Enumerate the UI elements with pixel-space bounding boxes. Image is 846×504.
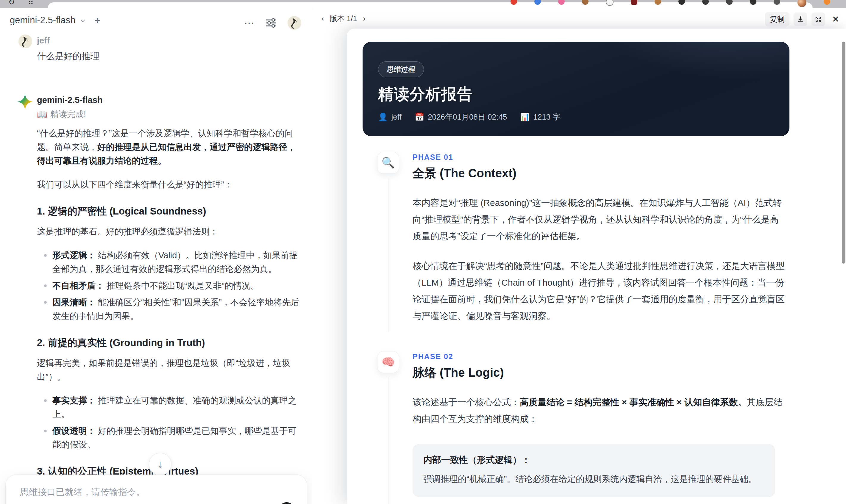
extension-icon[interactable] (582, 0, 588, 5)
model-title[interactable]: gemini-2.5-flash (10, 15, 76, 25)
extension-icon[interactable] (631, 0, 637, 5)
phase-section: 🔍 PHASE 01 全景 (The Context) 本内容是对“推理 (Re… (363, 152, 790, 332)
timeline-connector (388, 178, 388, 332)
open-book-icon: 📖 (37, 109, 47, 119)
calendar-icon: 📅 (415, 112, 424, 122)
extension-icon[interactable] (655, 0, 661, 5)
report-title: 精读分析报告 (378, 84, 473, 105)
download-button[interactable] (794, 13, 807, 26)
bullet-icon (44, 301, 47, 304)
phase-icon-column: 🧠 (377, 351, 399, 504)
scroll-to-bottom-button[interactable]: ↓ (149, 453, 172, 475)
person-icon: 👤 (378, 112, 388, 122)
profile-avatar-icon[interactable] (797, 0, 806, 7)
assistant-markdown: “什么是好的推理？”这是一个涉及逻辑学、认知科学和哲学核心的问题。简单来说，好的… (37, 126, 300, 504)
toolbar-extension-icons (511, 0, 830, 7)
report-hero-card: 思维过程 精读分析报告 👤 jeff 📅 2026年01月08日 02:45 📊 (363, 42, 790, 136)
status-text: 精读完成! (50, 109, 86, 120)
list-item: 事实支撑： 推理建立在可靠的数据、准确的观测或公认的真理之上。 (37, 394, 300, 421)
intro-paragraph: “什么是好的推理？”这是一个涉及逻辑学、认知科学和哲学核心的问题。简单来说，好的… (37, 126, 300, 167)
chat-input[interactable] (19, 487, 282, 498)
extension-icon[interactable] (606, 0, 614, 6)
dimension-title: 内部一致性（形式逻辑）： (423, 454, 764, 466)
report-actions: 复制 (765, 12, 842, 26)
report-scrollbar[interactable] (842, 42, 845, 264)
new-chat-button[interactable]: + (94, 15, 100, 25)
bullet-icon (44, 399, 47, 402)
user-name: jeff (37, 35, 299, 46)
assistant-status: 📖 精读完成! (37, 109, 299, 120)
download-icon (797, 16, 804, 23)
chevron-down-icon[interactable]: ⌄ (80, 15, 86, 24)
bullet-icon (44, 284, 47, 287)
menubar-icon[interactable] (702, 0, 709, 5)
menubar-icon[interactable] (726, 0, 733, 5)
settings-sliders-icon[interactable] (266, 18, 277, 28)
bar-chart-icon: 📊 (520, 112, 530, 122)
thinking-process-badge: 思维过程 (378, 61, 424, 77)
formula-paragraph: 该论述基于一个核心公式：高质量结论 = 结构完整性 × 事实准确性 × 认知自律… (412, 394, 786, 427)
brain-icon: 🧠 (377, 351, 399, 373)
list-item: 形式逻辑： 结构必须有效（Valid）。比如演绎推理中，如果前提全部为真，那么通… (37, 248, 300, 276)
section-intro: 这是推理的基石。好的推理必须遵循逻辑法则： (37, 224, 300, 238)
more-menu-icon[interactable]: ⋯ (244, 20, 255, 26)
section-intro: 逻辑再完美，如果前提是错误的，推理也是垃圾（即“垃圾进，垃圾出”）。 (37, 356, 300, 383)
voice-input-button[interactable] (279, 502, 295, 504)
user-message-text: 什么是好的推理 (37, 50, 299, 62)
extension-icon[interactable] (558, 0, 565, 5)
phase-label: PHASE 02 (412, 351, 786, 361)
list-item: 因果清晰： 能准确区分“相关性”和“因果关系”，不会轻率地将先后发生的事情归为因… (37, 295, 300, 323)
word-count: 1213 字 (533, 112, 561, 122)
screen: ↻ ⠿ gemini-2.5-flash ⌄ + (0, 0, 846, 504)
list-item: 不自相矛盾： 推理链条中不能出现“既是又非”的情况。 (37, 279, 300, 292)
user-avatar[interactable] (287, 16, 301, 30)
reload-icon[interactable]: ↻ (8, 0, 15, 7)
menubar-icon[interactable] (824, 0, 830, 5)
phase-paragraph: 核心情境在于解决“思考的随意性”问题。不论是人类通过批判性思维进行决策，还是大语… (412, 258, 786, 324)
message-list: jeff 什么是好的推理 gemini-2.5-flash (0, 32, 312, 504)
report-meta: 👤 jeff 📅 2026年01月08日 02:45 📊 1213 字 (378, 112, 561, 122)
report-area: ‹ 版本 1/1 › 复制 (312, 8, 846, 504)
message-composer: + (5, 474, 307, 504)
bullet-icon (44, 254, 47, 257)
version-navigator: ‹ 版本 1/1 › (320, 14, 367, 23)
assistant-name: gemini-2.5-flash (37, 94, 299, 105)
magnifier-icon: 🔍 (377, 152, 399, 174)
phase-paragraph: 本内容是对“推理 (Reasoning)”这一抽象概念的高层建模。在知识爆炸与人… (412, 195, 786, 245)
chat-panel: gemini-2.5-flash ⌄ + ⋯ (0, 8, 312, 504)
menubar-icon[interactable] (774, 0, 780, 5)
expand-button[interactable] (811, 13, 825, 26)
phase-section: 🧠 PHASE 02 脉络 (The Logic) 该论述基于一个核心公式：高质… (363, 351, 790, 504)
expand-icon (815, 16, 822, 23)
extension-icon[interactable] (511, 0, 517, 5)
phase-title: 脉络 (The Logic) (412, 364, 786, 381)
phase-title: 全景 (The Context) (412, 165, 786, 181)
version-next-button[interactable]: › (362, 14, 367, 23)
close-button[interactable]: ✕ (829, 13, 842, 25)
dimension-card: 内部一致性（形式逻辑）： 强调推理的“机械正确”。结论必须在给定的规则系统内逻辑… (412, 444, 775, 497)
menubar-icon[interactable] (678, 0, 685, 5)
menubar-icon[interactable] (750, 0, 756, 5)
assistant-message: gemini-2.5-flash 📖 精读完成! “什么是好的推理？”这是一个涉… (0, 91, 312, 504)
extension-icon[interactable] (534, 0, 541, 5)
section-heading: 1. 逻辑的严密性 (Logical Soundness) (37, 204, 300, 218)
bullet-list: 形式逻辑： 结构必须有效（Valid）。比如演绎推理中，如果前提全部为真，那么通… (37, 248, 300, 323)
section-heading: 2. 前提的真实性 (Grounding in Truth) (37, 336, 300, 349)
phase-label: PHASE 01 (412, 152, 786, 162)
copy-button[interactable]: 复制 (765, 12, 790, 26)
dimension-body: 强调推理的“机械正确”。结论必须在给定的规则系统内逻辑自洽，这是推理的硬件基础。 (423, 472, 764, 486)
version-label: 版本 1/1 (330, 14, 357, 23)
chat-header: gemini-2.5-flash ⌄ + ⋯ (0, 8, 312, 32)
apps-grid-icon[interactable]: ⠿ (28, 0, 34, 7)
bullet-list: 事实支撑： 推理建立在可靠的数据、准确的观测或公认的真理之上。 假设透明： 好的… (37, 394, 300, 451)
bullet-icon (44, 430, 47, 432)
version-prev-button[interactable]: ‹ (320, 14, 325, 23)
lead-paragraph: 我们可以从以下四个维度来衡量什么是“好的推理”： (37, 178, 300, 191)
report-header: ‹ 版本 1/1 › 复制 (312, 8, 846, 29)
user-message: jeff 什么是好的推理 (0, 32, 312, 62)
gemini-logo-icon (17, 94, 33, 109)
report-content: 思维过程 精读分析报告 👤 jeff 📅 2026年01月08日 02:45 📊 (363, 42, 790, 504)
author-name: jeff (391, 112, 401, 122)
user-avatar (18, 35, 32, 48)
wordcount-meta: 📊 1213 字 (520, 112, 561, 122)
